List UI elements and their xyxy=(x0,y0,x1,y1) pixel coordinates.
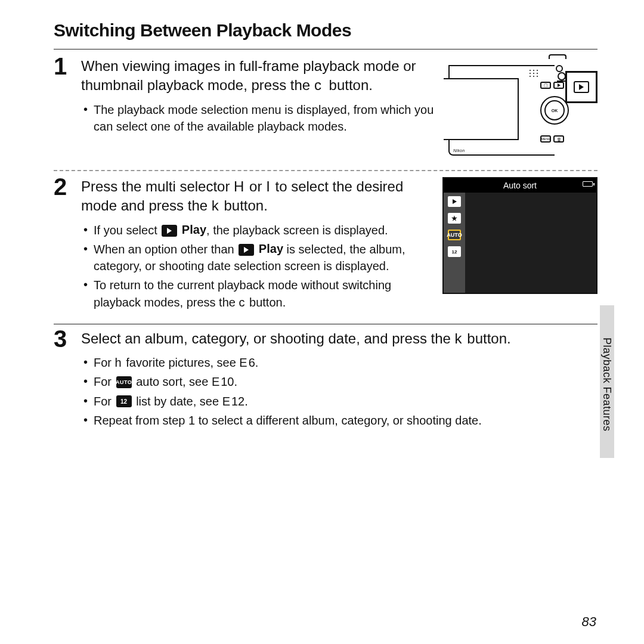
step-number-2: 2 xyxy=(54,175,73,199)
lamp-icon xyxy=(556,65,563,72)
text: For xyxy=(94,356,115,369)
step-2-body: Auto sort AUTO 12 Press the multi select… xyxy=(81,177,597,313)
lcd-title: Auto sort xyxy=(444,181,596,190)
text: If you select xyxy=(94,224,160,237)
battery-icon xyxy=(583,181,593,187)
play-icon xyxy=(162,225,177,237)
list-by-date-icon: 12 xyxy=(116,395,132,407)
step-3-body: Select an album, category, or shooting d… xyxy=(81,329,597,431)
lcd-list-by-date-icon: 12 xyxy=(448,246,461,257)
list-item: To return to the current playback mode w… xyxy=(83,277,434,310)
step-3: 3 Select an album, category, or shooting… xyxy=(54,329,597,431)
text: button. xyxy=(220,197,268,213)
manual-page: Switching Between Playback Modes 1 Nikon xyxy=(0,0,644,644)
text: favorite pictures, see xyxy=(123,356,240,369)
speaker-holes-icon xyxy=(530,70,538,79)
favorite-symbol: h xyxy=(115,356,123,369)
ok-button-symbol: k xyxy=(212,197,220,213)
list-item: For 12 list by date, see E12. xyxy=(83,393,597,410)
text: Press the multi selector xyxy=(81,178,234,194)
rule-solid xyxy=(54,324,597,324)
camera-back-illustration: Nikon ▢ OK MENU 🗑 xyxy=(448,57,597,160)
playback-button-symbol: c xyxy=(239,296,246,309)
playback-button-callout xyxy=(565,71,597,103)
text: For xyxy=(94,395,115,408)
step-1-body: Nikon ▢ OK MENU 🗑 xyxy=(81,57,597,160)
text: 10. xyxy=(221,376,237,389)
text: button. xyxy=(325,77,373,93)
list-item: Repeat from step 1 to select a different… xyxy=(83,412,597,429)
text: 12. xyxy=(231,395,248,408)
camera-delete-button: 🗑 xyxy=(553,135,564,143)
text: button. xyxy=(463,330,511,346)
camera-lcd-outline xyxy=(444,78,519,140)
reference-section-symbol: E xyxy=(222,395,231,408)
text: list by date, see xyxy=(133,395,222,408)
camera-controls: ▢ OK MENU 🗑 xyxy=(532,61,568,157)
page-number: 83 xyxy=(582,614,596,630)
step-3-heading: Select an album, category, or shooting d… xyxy=(81,329,597,348)
list-item: If you select Play, the playback screen … xyxy=(83,222,434,239)
list-item: When an option other than Play is select… xyxy=(83,241,434,274)
camera-playback-button xyxy=(553,82,564,89)
reference-section-symbol: E xyxy=(212,376,221,389)
text: When an option other than xyxy=(94,243,237,256)
mode-disc-icon xyxy=(558,72,566,80)
text: or xyxy=(245,178,266,194)
text: auto sort, see xyxy=(133,376,212,389)
step-1: 1 Nikon ▢ OK xyxy=(54,57,597,160)
text: button. xyxy=(246,296,286,309)
text: Repeat from step 1 to select a different… xyxy=(94,414,482,427)
section-side-label: Playback Features xyxy=(600,338,613,432)
auto-sort-icon: AUTO xyxy=(116,376,132,388)
play-label: Play xyxy=(182,223,206,236)
auto-sort-screen: Auto sort AUTO 12 xyxy=(442,177,597,294)
camera-brand-label: Nikon xyxy=(453,148,465,153)
text: For xyxy=(94,376,115,389)
camera-small-button: ▢ xyxy=(540,82,551,89)
text: , the playback screen is displayed. xyxy=(206,224,388,237)
lcd-play-icon xyxy=(448,196,461,207)
step-3-bullets: For h favorite pictures, see E6. For AUT… xyxy=(81,354,597,429)
playback-icon xyxy=(574,81,589,93)
page-title: Switching Between Playback Modes xyxy=(54,20,597,41)
step-number-3: 3 xyxy=(54,327,73,351)
list-item: The playback mode selection menu is disp… xyxy=(83,101,440,135)
step-number-1: 1 xyxy=(54,54,73,78)
playback-button-symbol: c xyxy=(314,77,325,93)
up-symbol: H xyxy=(234,178,245,194)
camera-menu-button: MENU xyxy=(540,135,551,143)
list-item: For AUTO auto sort, see E10. xyxy=(83,373,597,390)
text: The playback mode selection menu is disp… xyxy=(94,103,434,133)
text: Select an album, category, or shooting d… xyxy=(81,330,455,346)
reference-section-symbol: E xyxy=(239,356,248,369)
ok-button-symbol: k xyxy=(455,330,463,346)
multi-selector-dial: OK xyxy=(540,96,569,125)
play-icon xyxy=(239,244,254,256)
lcd-main-area xyxy=(465,193,596,293)
down-symbol: I xyxy=(266,178,271,194)
rule-top xyxy=(54,49,597,49)
lcd-favorite-icon xyxy=(448,213,461,224)
rule-dashed xyxy=(54,170,597,171)
lcd-auto-sort-icon: AUTO xyxy=(448,230,461,240)
play-label: Play xyxy=(259,242,283,255)
lcd-mode-strip: AUTO 12 xyxy=(444,193,465,293)
text: 6. xyxy=(249,356,259,369)
list-item: For h favorite pictures, see E6. xyxy=(83,354,597,371)
ok-label: OK xyxy=(552,109,558,113)
step-2: 2 Auto sort AUTO 12 Press the multi sele… xyxy=(54,177,597,313)
